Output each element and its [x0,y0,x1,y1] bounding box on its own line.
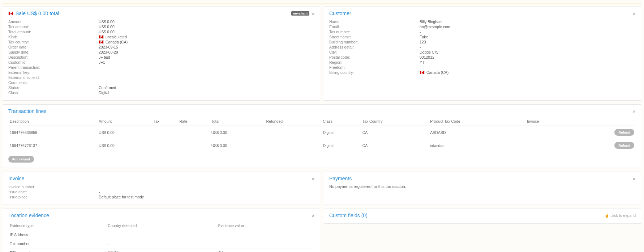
cell-value: CA [217,248,315,252]
label: Parent transaction: [8,65,99,70]
transaction-lines-panel: Transaction lines × Description Amount T… [3,104,641,168]
label: Class: [8,91,99,95]
label: Tax amount: [8,25,99,29]
col-refunded: Refunded [265,117,322,126]
close-icon[interactable]: × [632,109,636,114]
value: bb@example.com [420,25,450,29]
cell-tax_country: CA [361,139,429,152]
value: JF1 [99,60,105,64]
cell-description: 1694776726137 [8,139,97,152]
label: Name: [329,20,420,24]
cell-refunded: - [265,126,322,139]
canada-flag-icon [420,71,425,74]
close-icon[interactable]: × [312,213,315,218]
table-row: Billing country CACA [8,248,315,252]
table-row: 1694776726137US$ 0.00--US$ 0.00-DigitalC… [8,139,636,152]
label: Tax number: [329,30,420,34]
sale-panel: Sale US$ 0.00 total merchant × Amount:US… [3,7,320,101]
table-row: 1694776636859US$ 0.00--US$ 0.00-DigitalC… [8,126,636,139]
value: Confirmed [99,85,116,90]
label: Issue place: [8,195,99,199]
table-row: Tax number- [8,239,315,248]
close-icon[interactable]: × [632,176,636,181]
cell-product_tax_code: sdasdas [429,139,525,152]
col-tax: Tax [152,117,178,126]
label: External key: [8,70,99,75]
value: YT [420,60,424,64]
value: US$ 0.00 [99,25,115,29]
col-invoice: Invoice [525,117,569,126]
label: Building number: [329,40,420,44]
label: Issue date: [8,190,99,194]
cell-tax: - [152,139,178,152]
value: - [99,65,100,70]
col-evidence-value: Evidence value [217,221,315,230]
col-description: Description [8,117,97,126]
customer-panel: Customer × Name:Billy Bingham Email:bb@e… [324,7,641,101]
cell-rate: - [178,139,210,152]
value: Default place for test mode [99,195,144,199]
location-evidence-panel: Location evidence × Evidence type Countr… [3,209,320,252]
value: Digital [99,91,109,95]
custom-fields-panel[interactable]: Custom fields (0) ☝ click to expand [324,209,641,224]
close-icon[interactable]: × [312,176,315,181]
payments-title: Payments [329,176,352,181]
label: Invoice number: [8,185,99,189]
full-refund-button[interactable]: Full refund [8,156,34,163]
col-tax-country: Tax Country [361,117,429,126]
cell-description: 1694776636859 [8,126,97,139]
top-banner [3,3,641,4]
refund-button[interactable]: Refund [614,142,634,149]
value: - [420,45,421,49]
col-country-detected: Country detected [106,221,216,230]
label: Region: [329,60,420,64]
label: Amount: [8,20,99,24]
value: Dodge City [420,50,438,54]
close-icon[interactable]: × [632,11,636,16]
col-class: Class [322,117,361,126]
label: Status: [8,85,99,90]
col-evidence-type: Evidence type [8,221,106,230]
value: 0012012 [420,55,434,59]
cell-value [217,239,315,248]
customer-title: Customer [329,10,351,16]
label: Tax country: [8,40,99,44]
invoice-panel: Invoice × Invoice number: Issue date:- I… [3,172,320,205]
hand-icon: ☝ [605,213,609,218]
value: - [420,65,421,70]
value: Billy Bingham [420,20,443,24]
cell-total: US$ 0.00 [210,139,265,152]
cell-rate: - [178,126,210,139]
value: 2023-09-15 [99,45,118,49]
label: Order date: [8,45,99,49]
value: 2023-08-29 [99,50,118,54]
close-icon[interactable]: × [312,11,315,16]
expand-hint[interactable]: ☝ click to expand [605,213,636,218]
location-evidence-title: Location evidence [8,213,49,218]
cell-class: Digital [322,126,361,139]
transaction-lines-table: Description Amount Tax Rate Total Refund… [8,117,636,152]
refund-button[interactable]: Refund [614,129,634,136]
value: 123 [420,40,426,44]
cell-refunded: - [265,139,322,152]
cell-country: CA [106,248,216,252]
value: uncalculated [106,35,127,39]
label: Kind: [8,35,99,39]
label: Comments: [8,80,99,85]
cell-class: Digital [322,139,361,152]
cell-invoice: - [525,139,569,152]
sale-title-text: Sale US$ 0.00 total [16,10,59,16]
value: Canada (CA) [426,70,448,75]
label: Supply date: [8,50,99,54]
canada-flag-icon [8,12,13,15]
col-rate: Rate [178,117,210,126]
evidence-table: Evidence type Country detected Evidence … [8,221,315,252]
merchant-badge: merchant [291,11,310,16]
value: - [420,30,421,34]
sale-details: Amount:US$ 0.00 Tax amount:US$ 0.00 Tota… [8,19,315,95]
label: Description: [8,55,99,59]
label: Total amount: [8,30,99,34]
cell-total: US$ 0.00 [210,126,265,139]
cell-amount: US$ 0.00 [97,126,152,139]
label: Billing country: [329,70,420,75]
